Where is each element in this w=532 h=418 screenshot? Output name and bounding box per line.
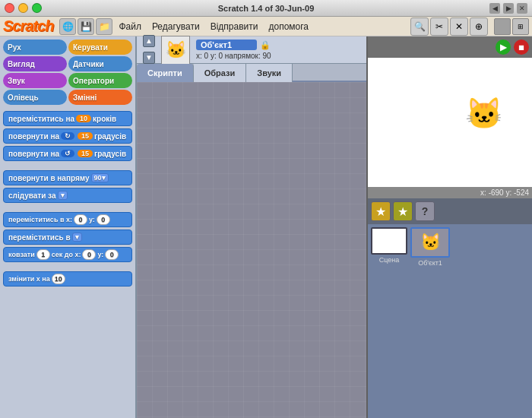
title-icon-2[interactable]: ▶ [503, 3, 514, 14]
sprite-1-thumb[interactable]: 🐱 [410, 227, 450, 258]
title-icon-3[interactable]: ✕ [517, 3, 527, 14]
layout-btn-2[interactable]: ⊞ [512, 18, 529, 35]
menu-share[interactable]: Відправити [206, 20, 263, 33]
direction-select[interactable]: 90▾ [91, 173, 109, 182]
blocks-panel: Рух Керувати Вигляд Датчики Звук Операто… [0, 36, 137, 418]
sprite-1-label: Об'єкт1 [418, 259, 442, 267]
menu-bar: Scratch 🌐 💾 📁 Файл Редагувати Відправити… [0, 17, 532, 36]
title-icon-1[interactable]: ◀ [489, 3, 500, 14]
turn-left-icon: ↺ [61, 150, 74, 157]
sprite-library: ★ ★ ? Сцена 🐱 Об'єкт1 [368, 198, 532, 418]
tab-scripts[interactable]: Скрипти [137, 64, 194, 82]
menu-help[interactable]: допомога [264, 20, 313, 33]
star1-btn[interactable]: ★ [371, 201, 391, 221]
sprite-name-input[interactable] [196, 40, 257, 50]
close-button[interactable] [5, 3, 14, 13]
arrow-down[interactable]: ▼ [143, 52, 155, 64]
block-point-direction[interactable]: повернути в напряму 90▾ [3, 170, 132, 185]
sprite-info: 🔒 х: 0 у: 0 напрямок: 90 [196, 40, 271, 60]
blocks-list: переміститись на 10 кроків повернути на … [0, 108, 135, 418]
cat-sound[interactable]: Звук [3, 73, 67, 88]
cat-operators[interactable]: Оператори [68, 73, 132, 88]
gap-3 [3, 264, 132, 269]
help-btn[interactable]: ? [415, 201, 435, 221]
window-title: Scratch 1.4 of 30-Jun-09 [218, 4, 315, 13]
gap-1 [3, 163, 132, 168]
cat-motion[interactable]: Рух [3, 40, 67, 55]
cat-control[interactable]: Керувати [68, 40, 132, 55]
expand-tool[interactable]: ⊕ [470, 17, 488, 36]
scene-block: Сцена [371, 227, 407, 264]
stage-canvas: 🐱 [368, 58, 532, 187]
block-glide[interactable]: ковзати 1 сек до х: 0 у: 0 [3, 247, 132, 262]
sprite-name-row: 🔒 [196, 40, 271, 50]
block-follow[interactable]: слідувати за ▾ [3, 188, 132, 203]
block-goto-sprite[interactable]: переміститись в ▾ [3, 230, 132, 245]
star2-btn[interactable]: ★ [393, 201, 413, 221]
goto-y: 0 [97, 214, 110, 225]
goto-x: 0 [74, 214, 87, 225]
globe-icon[interactable]: 🌐 [59, 18, 76, 35]
title-bar: Scratch 1.4 of 30-Jun-09 ◀ ▶ ✕ [0, 0, 532, 17]
menu-file[interactable]: Файл [114, 20, 146, 33]
turn-right-value: 15 [78, 132, 93, 140]
gap-2 [3, 205, 132, 210]
red-stop-button[interactable]: ⏹ [514, 40, 529, 55]
glide-x: 0 [82, 249, 96, 260]
sprites-area: Сцена 🐱 Об'єкт1 [368, 224, 532, 418]
layout-buttons: ⊞ [494, 18, 529, 35]
arrow-up[interactable]: ▲ [143, 35, 155, 47]
turn-left-value: 15 [78, 150, 93, 157]
minimize-button[interactable] [18, 3, 28, 13]
folder-icon[interactable]: 📁 [96, 18, 112, 35]
block-turn-left[interactable]: повернути на ↺ 15 градусів [3, 146, 132, 161]
cat-pen[interactable]: Олівець [3, 90, 67, 105]
menu-edit[interactable]: Редагувати [147, 20, 204, 33]
cat-sensing[interactable]: Датчики [68, 56, 132, 71]
sprite-coords: х: 0 у: 0 напрямок: 90 [196, 52, 271, 60]
sprite-item-1: 🐱 Об'єкт1 [410, 227, 450, 267]
scene-label: Сцена [379, 256, 400, 264]
tabs-bar: Скрипти Образи Звуки [137, 64, 366, 82]
scene-thumb[interactable] [371, 227, 407, 255]
stage-coords: х: -690 у: -524 [368, 187, 532, 198]
save-icon[interactable]: 💾 [78, 18, 94, 35]
layout-btn-1[interactable] [494, 18, 511, 35]
steps-value: 10 [76, 115, 91, 122]
block-goto-xy[interactable]: переміститись в х: 0 у: 0 [3, 212, 132, 227]
maximize-button[interactable] [32, 3, 42, 13]
window-controls [5, 3, 42, 13]
goto-select[interactable]: ▾ [72, 233, 82, 242]
glide-secs: 1 [36, 249, 50, 260]
scissor-tool[interactable]: ✂ [430, 17, 448, 36]
sprite-header: ▲ ▼ 🐱 🔒 х: 0 у: 0 напрямок: 90 [137, 36, 366, 64]
sprite-lib-toolbar: ★ ★ ? [368, 198, 532, 224]
cat-variables[interactable]: Змінні [68, 90, 132, 105]
magnify-tool[interactable]: 🔍 [410, 17, 429, 36]
sprite-small-thumb: 🐱 [161, 36, 190, 65]
block-move-steps[interactable]: переміститись на 10 кроків [3, 111, 132, 126]
cross-tool[interactable]: ✕ [450, 17, 468, 36]
cat-looks[interactable]: Вигляд [3, 56, 67, 71]
stage-controls: ▶ ⏹ [368, 36, 532, 58]
turn-right-icon: ↻ [61, 132, 74, 140]
category-grid: Рух Керувати Вигляд Датчики Звук Операто… [0, 36, 135, 108]
change-x-value: 10 [52, 274, 65, 284]
tab-costumes[interactable]: Образи [194, 64, 247, 82]
follow-select[interactable]: ▾ [58, 191, 68, 200]
main-content: Рух Керувати Вигляд Датчики Звук Операто… [0, 36, 532, 418]
green-flag-button[interactable]: ▶ [496, 40, 511, 55]
block-turn-right[interactable]: повернути на ↻ 15 градусів [3, 128, 132, 144]
toolbar-icons: 🔍 ✂ ✕ ⊕ [410, 17, 488, 36]
scratch-logo: Scratch [3, 17, 53, 35]
lock-icon: 🔒 [260, 40, 271, 50]
stage-area: ▶ ⏹ 🐱 х: -690 у: -524 ★ ★ ? Сцена [366, 36, 532, 418]
block-change-x[interactable]: змінити х на 10 [3, 271, 132, 287]
stage-sprite-cat: 🐱 [465, 96, 503, 131]
tab-sounds[interactable]: Звуки [246, 64, 293, 82]
glide-y: 0 [105, 249, 119, 260]
script-area-container: ▲ ▼ 🐱 🔒 х: 0 у: 0 напрямок: 90 Скрипти О… [137, 36, 366, 418]
script-canvas[interactable] [137, 82, 366, 418]
title-right-controls: ◀ ▶ ✕ [489, 3, 527, 14]
